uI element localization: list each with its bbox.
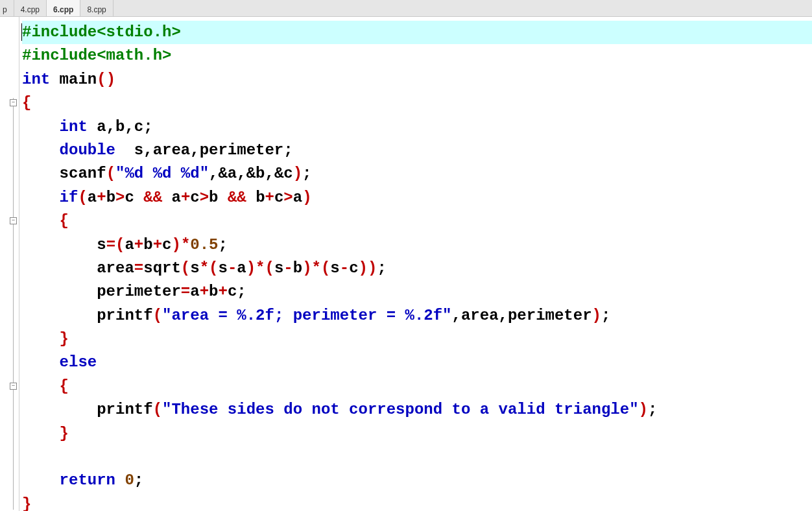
fold-box-if[interactable]: − [10,217,17,224]
code-line[interactable]: perimeter=a+b+c; [22,280,812,303]
fold-box-main[interactable]: − [10,99,17,106]
code-line[interactable]: if(a+b>c && a+c>b && b+c>a) [22,186,812,209]
code-line[interactable]: printf("area = %.2f; perimeter = %.2f",a… [22,304,812,327]
code-line[interactable]: { [22,375,812,398]
editor-area: − − − #include<stdio.h>#include<math.h>i… [0,17,812,511]
code-line[interactable]: } [22,493,812,511]
file-tab-0-label: 4.cpp [21,5,40,14]
code-line[interactable]: printf("These sides do not correspond to… [22,398,812,422]
tab-clipped[interactable]: p [0,0,14,16]
file-tab-2[interactable]: 8.cpp [80,0,113,16]
fold-line-else [13,381,14,438]
file-tab-1-label: 6.cpp [53,5,73,14]
code-line[interactable]: #include<stdio.h> [22,21,812,44]
fold-gutter: − − − [0,17,19,511]
file-tab-0[interactable]: 4.cpp [14,0,47,16]
code-line[interactable]: int a,b,c; [22,115,812,139]
code-line[interactable]: } [22,327,812,351]
fold-box-else[interactable]: − [10,383,17,390]
code-line[interactable]: area=sqrt(s*(s-a)*(s-b)*(s-c)); [22,257,812,280]
code-line[interactable]: { [22,209,812,233]
code-line[interactable]: s=(a+b+c)*0.5; [22,233,812,257]
fold-line-if [13,216,14,344]
code-editor[interactable]: #include<stdio.h>#include<math.h>int mai… [19,17,812,511]
tab-clipped-label: p [3,5,7,14]
code-line[interactable]: double s,area,perimeter; [22,139,812,162]
code-line[interactable]: return 0; [22,469,812,492]
code-line[interactable]: } [22,422,812,446]
file-tab-2-label: 8.cpp [87,5,106,14]
code-line[interactable]: { [22,91,812,115]
code-line[interactable]: else [22,351,812,374]
code-line[interactable]: int main() [22,68,812,91]
code-line[interactable]: scanf("%d %d %d",&a,&b,&c); [22,162,812,185]
code-line[interactable]: #include<math.h> [22,44,812,67]
file-tab-1[interactable]: 6.cpp [47,0,80,16]
code-line[interactable] [22,446,812,469]
tab-bar: p 4.cpp 6.cpp 8.cpp [0,0,812,17]
